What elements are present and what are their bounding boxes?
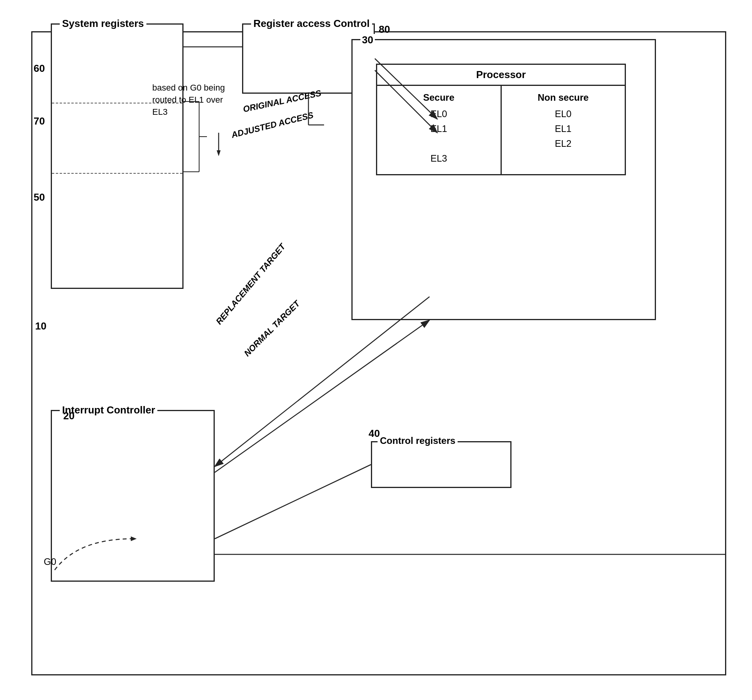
processor-outer-box: 30 Processor Secure EL0 EL1 EL3 Non secu… — [351, 39, 656, 320]
nonsecure-el1: EL1 — [510, 123, 617, 134]
system-registers-box: System registers — [51, 23, 184, 289]
processor-outer-label: 30 — [360, 34, 375, 46]
secure-col: Secure EL0 EL1 EL3 — [377, 86, 502, 174]
annotation-text: based on G0 being routed to EL1 over EL3 — [152, 82, 230, 118]
ref-10: 10 — [35, 320, 46, 332]
processor-table: Processor Secure EL0 EL1 EL3 Non secure … — [376, 64, 626, 175]
nonsecure-el0: EL0 — [510, 109, 617, 119]
ref-60: 60 — [34, 62, 45, 75]
nonsecure-el2: EL2 — [510, 138, 617, 149]
dash-line-bottom — [52, 173, 182, 174]
nonsecure-header: Non secure — [510, 92, 617, 103]
processor-cols: Secure EL0 EL1 EL3 Non secure EL0 EL1 EL… — [377, 86, 625, 174]
ref-20: 20 — [63, 410, 75, 422]
ref-40: 40 — [369, 427, 380, 440]
ref-70: 70 — [34, 115, 45, 127]
diagram-container: 10 System registers 60 70 50 based on G0… — [0, 0, 752, 700]
secure-el1: EL1 — [385, 123, 493, 134]
g0-label: G0 — [44, 556, 56, 567]
system-registers-title: System registers — [60, 18, 146, 30]
interrupt-box: Interrupt Controller — [51, 410, 215, 582]
secure-spacer — [385, 138, 493, 149]
processor-header: Processor — [377, 65, 625, 86]
control-registers-box: Control registers — [371, 441, 511, 488]
ref-50: 50 — [34, 191, 45, 203]
control-registers-title: Control registers — [378, 435, 458, 446]
nonsecure-col: Non secure EL0 EL1 EL2 — [502, 86, 625, 174]
register-access-title: Register access Control — [251, 18, 372, 30]
secure-el3: EL3 — [385, 153, 493, 164]
secure-el0: EL0 — [385, 109, 493, 119]
ref-80: 80 — [379, 23, 390, 36]
secure-header: Secure — [385, 92, 493, 103]
